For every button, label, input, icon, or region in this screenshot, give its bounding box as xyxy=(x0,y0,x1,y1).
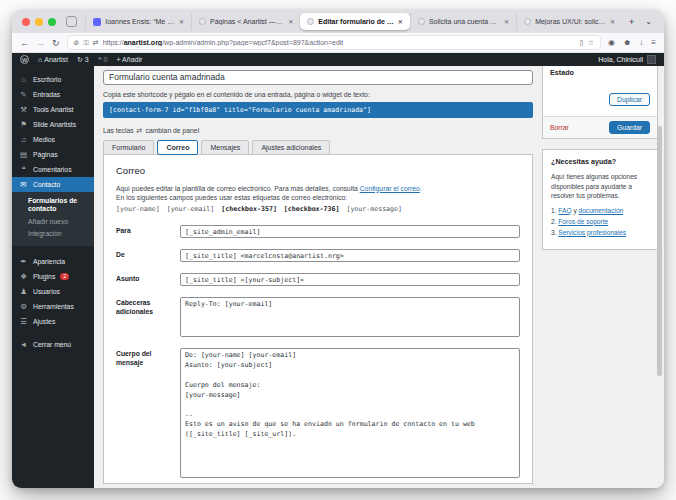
media-icon: ♫ xyxy=(19,135,28,144)
pin-icon: ✎ xyxy=(19,90,28,99)
close-icon[interactable]: ✕ xyxy=(610,18,615,25)
bookmark-star-icon[interactable]: ☆ xyxy=(588,39,594,47)
submenu-item-integracion[interactable]: Integración xyxy=(12,228,94,240)
sidebar-item-contacto[interactable]: ✉Contacto xyxy=(12,177,94,192)
browser-tab-mastodon[interactable]: Ioannes Ensis: “Me pone muy t ✕ xyxy=(85,13,191,30)
help-metabox: ¿Necesitas ayuda? Aquí tienes algunas op… xyxy=(542,149,658,250)
panel-keys-hint: Las teclas ⇄ cambian de panel xyxy=(103,127,533,135)
comment-icon: ❝ xyxy=(98,56,102,64)
documentation-link[interactable]: documentación xyxy=(579,207,624,214)
permissions-icon[interactable]: ⊘ xyxy=(74,39,80,47)
admin-bar-add-new[interactable]: + Añadir xyxy=(116,56,142,63)
admin-bar-updates[interactable]: ↻ 3 xyxy=(77,56,89,64)
status-metabox: Estado Duplicar Borrar Guardar xyxy=(542,66,658,139)
comment-bubble-icon: ❝ xyxy=(19,165,28,174)
tab-label: Páginas < Anartist — WordPress xyxy=(210,18,284,25)
menu-icon[interactable]: ≡ xyxy=(651,38,656,47)
tab-correo[interactable]: Correo xyxy=(157,140,198,155)
mail-tags: [your-name] [your-email] [checkbox-357] … xyxy=(116,205,520,213)
duplicate-button[interactable]: Duplicar xyxy=(609,93,650,106)
professional-services-link[interactable]: Servicios profesionales xyxy=(558,229,626,236)
close-icon[interactable]: ✕ xyxy=(398,18,403,25)
sidebar-item-cerrar-menu[interactable]: ◄Cerrar menú xyxy=(12,337,94,352)
address-bar[interactable]: ⊘ ⚿ ⇄ https://anartist.org/wp-admin/admi… xyxy=(67,35,601,50)
mail-body-textarea[interactable]: De: [your-name] [your-email] Asunto: [yo… xyxy=(180,348,520,478)
minimize-window-button[interactable] xyxy=(35,18,43,26)
mail-panel: Correo Aquí puedes editar la plantilla d… xyxy=(103,154,533,484)
sidebar-item-usuarios[interactable]: ♟Usuarios xyxy=(12,284,94,299)
admin-bar-account[interactable]: Hola, Chinicuil xyxy=(598,55,656,64)
sidebar-item-comentarios[interactable]: ❝Comentarios xyxy=(12,162,94,177)
firefox-view-icon[interactable] xyxy=(66,16,77,27)
sidebar-item-entradas[interactable]: ✎Entradas xyxy=(12,87,94,102)
sidebar-separator xyxy=(12,329,94,337)
tab-label: Mejoras UX/UI: solicitud de cue xyxy=(535,18,606,25)
sidebar-item-ajustes[interactable]: ☰Ajustes xyxy=(12,314,94,329)
field-label: Cuerpo del mensaje xyxy=(116,348,170,368)
browser-tab-paginas[interactable]: Páginas < Anartist — WordPress ✕ xyxy=(191,13,300,30)
save-to-pocket-icon[interactable]: ↓ xyxy=(639,38,643,47)
configure-mail-link[interactable]: Configurar el correo xyxy=(360,185,420,192)
brush-icon: ✒ xyxy=(19,257,28,266)
mail-subject-input[interactable] xyxy=(180,273,520,286)
field-row-cuerpo: Cuerpo del mensaje De: [your-name] [your… xyxy=(116,348,520,478)
zoom-window-button[interactable] xyxy=(48,18,56,26)
site-favicon xyxy=(199,18,206,25)
mail-headers-textarea[interactable]: Reply-To: [your-email] xyxy=(180,297,520,337)
tab-list-chevron-icon[interactable]: ⌄ xyxy=(641,17,656,26)
tab-formulario[interactable]: Formulario xyxy=(103,140,154,155)
new-tab-button[interactable]: + xyxy=(622,17,641,27)
lock-icon[interactable]: ⚿ xyxy=(83,39,88,47)
sidebar-item-apariencia[interactable]: ✒Apariencia xyxy=(12,254,94,269)
forward-icon[interactable]: → xyxy=(36,38,45,48)
mail-from-input[interactable] xyxy=(180,249,520,262)
desktop-background: Ioannes Ensis: “Me pone muy t ✕ Páginas … xyxy=(0,0,676,500)
close-icon[interactable]: ✕ xyxy=(179,18,184,25)
mail-to-input[interactable] xyxy=(180,225,520,238)
close-window-button[interactable] xyxy=(22,18,30,26)
sidebar-item-paginas[interactable]: ▤Páginas xyxy=(12,147,94,162)
sidebar-item-herramientas[interactable]: ⚙Herramientas xyxy=(12,299,94,314)
support-forums-link[interactable]: Foros de soporte xyxy=(558,218,608,225)
url-text[interactable]: https://anartist.org/wp-admin/admin.php?… xyxy=(103,39,576,46)
protections-shield-icon[interactable]: ◉ xyxy=(608,38,615,47)
editor-side-column: Estado Duplicar Borrar Guardar ¿Necesita… xyxy=(542,66,658,488)
submenu-item-anadir-nuevo[interactable]: Añadir nuevo xyxy=(12,216,94,228)
mail-icon: ✉ xyxy=(19,180,28,189)
sidebar-item-slide-anartists[interactable]: ⚑Slide Anartists xyxy=(12,117,94,132)
panel-intro: Aquí puedes editar la plantilla de corre… xyxy=(116,184,520,194)
collapse-menu-icon: ◄ xyxy=(19,340,28,349)
shortcode-box[interactable]: [contact-form-7 id="f1bf0a8" title="Form… xyxy=(103,102,533,118)
admin-bar-site-name[interactable]: ⌂ Anartist xyxy=(38,56,68,63)
reader-mode-icon[interactable]: ▯ xyxy=(580,39,584,47)
sidebar-item-tools-anartist[interactable]: ⚒Tools Anartist xyxy=(12,102,94,117)
close-icon[interactable]: ✕ xyxy=(504,18,509,25)
form-title-input[interactable] xyxy=(103,70,533,85)
browser-tab-editar-formulario[interactable]: Editar formulario de contacto < ✕ xyxy=(300,13,410,30)
pages-icon: ▤ xyxy=(19,150,28,159)
admin-bar-comments[interactable]: ❝ 0 xyxy=(98,56,108,64)
back-icon[interactable]: ← xyxy=(20,38,29,48)
sidebar-item-medios[interactable]: ♫Medios xyxy=(12,132,94,147)
delete-link[interactable]: Borrar xyxy=(550,124,569,131)
browser-tab-solicita-cuenta[interactable]: Solicita una cuenta amadrinada ✕ xyxy=(410,13,516,30)
wordpress-logo-icon[interactable]: W xyxy=(20,55,29,64)
sidebar-item-plugins[interactable]: ❖Plugins2 xyxy=(12,269,94,284)
reload-icon[interactable]: ↻ xyxy=(52,38,60,48)
page-scrollbar[interactable] xyxy=(657,126,662,376)
tab-mensajes[interactable]: Mensajes xyxy=(201,140,249,155)
site-favicon xyxy=(524,18,531,25)
faq-link[interactable]: FAQ xyxy=(558,207,571,214)
close-icon[interactable]: ✕ xyxy=(288,18,293,25)
help-links-list: 1. FAQ y documentación 2. Foros de sopor… xyxy=(551,207,649,236)
tab-ajustes-adicionales[interactable]: Ajustes adicionales xyxy=(252,140,330,155)
site-favicon xyxy=(418,18,425,25)
save-button[interactable]: Guardar xyxy=(609,121,650,134)
submenu-item-formularios-de-contacto[interactable]: Formularios de contacto xyxy=(12,195,94,216)
status-footer: Borrar Guardar xyxy=(543,116,657,138)
account-icon[interactable]: ☻ xyxy=(623,38,631,47)
mail-tag: [your-email] xyxy=(167,205,215,213)
browser-tab-mejoras-ux[interactable]: Mejoras UX/UI: solicitud de cue ✕ xyxy=(516,13,622,30)
mail-tag: [your-message] xyxy=(346,205,402,213)
sidebar-item-escritorio[interactable]: ⌂Escritorio xyxy=(12,72,94,87)
